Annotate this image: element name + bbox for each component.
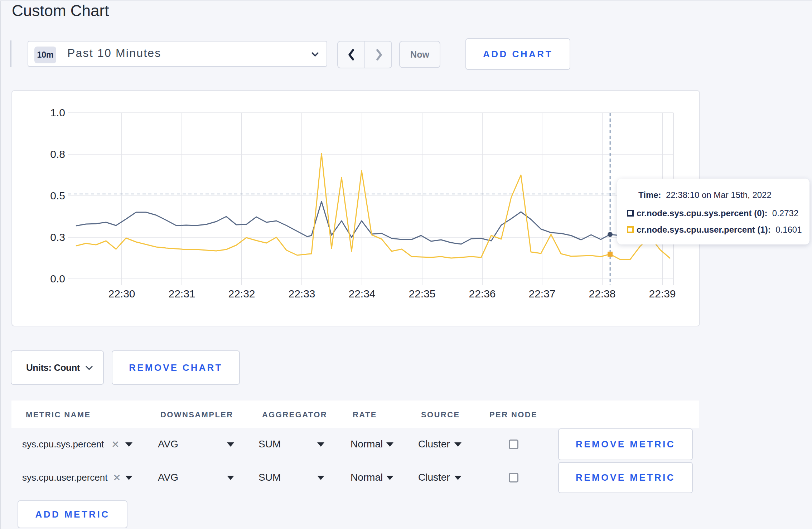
svg-text:22:35: 22:35 [409, 288, 435, 300]
svg-text:22:33: 22:33 [288, 288, 315, 300]
svg-text:22:37: 22:37 [528, 288, 555, 300]
svg-text:1.0: 1.0 [50, 107, 65, 118]
svg-text:22:31: 22:31 [168, 288, 195, 300]
svg-text:22:39: 22:39 [649, 288, 676, 300]
svg-text:22:36: 22:36 [469, 288, 496, 300]
svg-text:0.0: 0.0 [50, 273, 65, 285]
svg-text:22:38: 22:38 [589, 288, 615, 300]
svg-text:0.3: 0.3 [50, 231, 65, 243]
svg-text:22:32: 22:32 [228, 288, 255, 300]
svg-text:0.5: 0.5 [50, 190, 65, 202]
svg-text:22:30: 22:30 [108, 288, 135, 300]
svg-text:22:34: 22:34 [348, 288, 375, 300]
svg-text:0.8: 0.8 [50, 148, 65, 160]
